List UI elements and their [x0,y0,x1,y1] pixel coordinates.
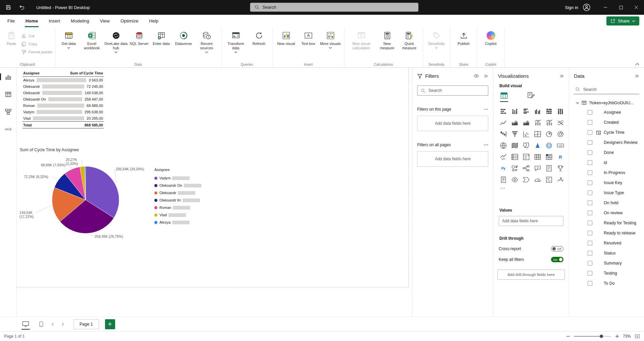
data-field-on-review[interactable]: On review [569,208,644,218]
metrics-icon[interactable] [556,164,564,172]
report-view-button[interactable] [3,72,13,82]
refresh-button[interactable]: Refresh [248,29,270,46]
data-field-summary[interactable]: Summary [569,258,644,268]
zoom-in-button[interactable] [615,334,619,338]
slicer-icon[interactable] [522,153,530,161]
area-chart-icon[interactable] [511,119,519,127]
mobile-layout-button[interactable] [39,320,44,329]
data-field-assignee[interactable]: Assignee [569,107,644,117]
azure-map-icon[interactable] [534,141,542,150]
collapse-ribbon-icon[interactable] [635,63,639,65]
data-field-issue-type[interactable]: Issue Type [569,188,644,198]
eye-icon[interactable] [474,73,479,79]
table-row[interactable]: Vadym295 638,00 [22,109,104,115]
shape-map-icon[interactable] [522,141,530,150]
field-checkbox[interactable] [588,120,592,125]
field-checkbox[interactable] [588,110,592,115]
field-checkbox[interactable] [588,201,592,205]
get-data-button[interactable]: Get data [58,29,80,49]
new-page-button[interactable] [105,319,115,329]
data-table-node[interactable]: ?token=eyJhbGciOiJIU... [576,100,644,105]
field-checkbox[interactable] [588,271,592,276]
page-tab[interactable]: Page 1 [73,319,99,329]
table-view-button[interactable] [3,89,13,99]
legend-item-oleksandr-kr[interactable]: Oleksandr Kr [154,196,201,204]
ribbon-chart-icon[interactable] [556,119,564,127]
legend-item-oleksandr[interactable]: Oleksandr [154,189,201,196]
field-checkbox[interactable] [588,130,592,135]
waterfall-chart-icon[interactable] [499,130,507,138]
model-view-button[interactable] [3,107,13,117]
menu-tab-optimize[interactable]: Optimize [115,15,144,27]
collapse-pane-icon[interactable] [635,74,639,78]
table-row[interactable]: Roman68 889,00 [22,102,104,109]
field-checkbox[interactable] [588,211,592,215]
zoom-out-button[interactable] [566,334,570,338]
data-field-created[interactable]: Created [569,117,644,127]
values-dropzone[interactable]: Add data fields here [499,216,563,226]
field-checkbox[interactable] [588,241,592,245]
legend-item-alesya[interactable]: Alesya [154,219,201,226]
field-checkbox[interactable] [588,261,592,266]
data-field-done[interactable]: Done [569,148,644,158]
filled-map-icon[interactable] [511,141,519,150]
filters-all-pages-dropzone[interactable]: Add data fields here [417,151,488,167]
table-row[interactable]: Oleksandr149 538,00 [22,90,104,96]
decomposition-tree-icon[interactable] [522,164,530,172]
data-field-testing[interactable]: Testing [569,268,644,278]
menu-tab-insert[interactable]: Insert [43,15,65,27]
data-field-designers-review[interactable]: Designers Review [569,137,644,148]
python-visual-icon[interactable]: Py [499,164,507,172]
power-automate-icon[interactable] [522,176,530,184]
paste-button[interactable]: Paste [2,29,20,46]
multi-row-card-icon[interactable] [511,153,519,161]
more-options-icon[interactable] [484,144,488,146]
format-visual-tab[interactable] [527,92,535,102]
stacked-area-chart-icon[interactable] [522,119,530,127]
maximize-button[interactable] [613,0,629,15]
copy-button[interactable]: Copy [21,40,53,48]
more-visuals-button[interactable]: More visuals [319,29,342,49]
pie-chart-icon[interactable] [545,130,553,138]
format-painter-button[interactable]: Format painter [21,48,53,56]
dataverse-button[interactable]: Dataverse [172,29,195,46]
fit-to-page-icon[interactable] [635,334,640,339]
data-field-cycle-time[interactable]: fxCycle Time [569,127,644,137]
data-field-status[interactable]: Status [569,248,644,258]
transform-data-button[interactable]: Transform data [224,29,248,53]
clustered-bar-chart-icon[interactable] [522,107,530,115]
sensitivity-button[interactable]: Sensitivity [426,29,448,49]
new-measure-button[interactable]: New measure [376,29,398,50]
save-icon[interactable] [3,2,13,12]
filters-page-dropzone[interactable]: Add data fields here [417,116,488,131]
stacked-column-chart-icon[interactable] [511,107,519,115]
table-visual[interactable]: AssigneeSum of Cycle TimeAlesya3 563,00O… [22,70,104,128]
recent-sources-button[interactable]: Recent sources [195,29,219,53]
legend-item-vadym[interactable]: Vadym [154,174,201,182]
data-field-ready-to-release[interactable]: Ready to release [569,228,644,238]
previous-page-icon[interactable] [51,322,54,326]
data-field-id[interactable]: id [569,158,644,168]
data-field-in-progress[interactable]: In Progress [569,168,644,178]
field-checkbox[interactable] [588,150,592,155]
share-button[interactable]: Share [606,16,639,25]
data-field-to-do[interactable]: To Do [569,278,644,288]
copilot-button[interactable]: Copilot [480,29,502,46]
100-stacked-column-chart-icon[interactable] [556,107,564,115]
table-row[interactable]: Oleksandr72 245,00 [22,83,104,90]
account-avatar[interactable] [582,3,591,12]
zoom-slider[interactable] [574,334,611,338]
map-icon[interactable] [499,141,507,150]
scorecard-icon[interactable] [545,176,553,184]
data-field-on-hold[interactable]: On hold [569,198,644,208]
more-options-icon[interactable] [484,109,488,110]
field-checkbox[interactable] [588,140,592,145]
report-canvas[interactable]: AssigneeSum of Cycle TimeAlesya3 563,00O… [16,68,412,317]
legend-item-oleksandr-on[interactable]: Oleksandr On [154,182,201,189]
menu-tab-help[interactable]: Help [144,15,164,27]
data-search-input[interactable]: Search [574,85,639,94]
field-checkbox[interactable] [588,231,592,235]
table-icon[interactable] [534,153,542,161]
close-button[interactable] [629,0,644,15]
card-icon[interactable]: 123 [556,141,564,150]
